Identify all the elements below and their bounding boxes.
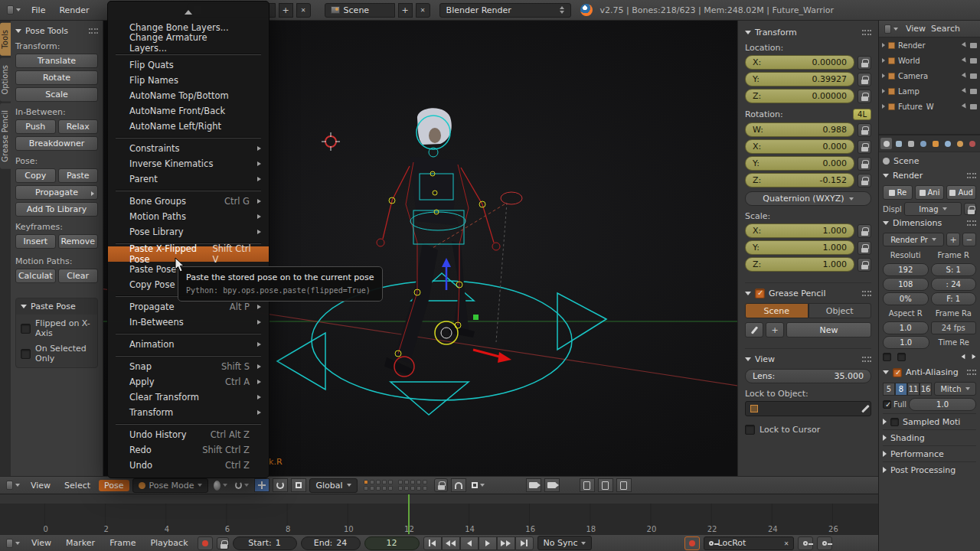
menu-item[interactable]: Paste X-Flipped Pose Shift Ctrl V xyxy=(108,246,269,262)
menu-file[interactable]: File xyxy=(26,4,51,17)
menu-item[interactable]: In-Betweens xyxy=(108,315,269,330)
panel-collapse-icon[interactable] xyxy=(15,29,21,33)
gp-tab-object[interactable]: Object xyxy=(808,303,872,318)
render-engine-select[interactable]: Blender Render xyxy=(439,3,571,18)
scale-button[interactable]: Scale xyxy=(15,87,98,102)
dimension-cell[interactable]: 1.0 xyxy=(883,336,929,349)
add-to-library-button[interactable]: Add To Library xyxy=(15,202,98,217)
keying-set-field[interactable]: LocRot xyxy=(704,536,794,550)
lock-icon[interactable] xyxy=(858,73,871,86)
propagate-button[interactable]: Propagate xyxy=(15,185,98,200)
disclosure-icon[interactable] xyxy=(882,73,885,78)
lock-icon[interactable] xyxy=(858,224,871,238)
editor-type-button[interactable] xyxy=(4,478,22,492)
outliner-row[interactable]: Render xyxy=(879,37,980,53)
menu-pose[interactable]: Pose xyxy=(99,480,129,491)
dimension-cell[interactable]: S: 1 xyxy=(931,263,977,276)
outliner-row[interactable]: Future_W xyxy=(879,99,980,114)
add-screen-button[interactable] xyxy=(279,3,293,18)
prev-keyframe-button[interactable] xyxy=(442,536,460,550)
restrict-select-icon[interactable] xyxy=(962,103,968,109)
lock-view-icon[interactable] xyxy=(434,478,448,492)
copy-pose-button[interactable]: Copy xyxy=(15,168,56,183)
insert-keyframe-button[interactable]: Insert xyxy=(15,234,56,249)
panel-grip-icon[interactable] xyxy=(967,370,976,375)
menu-item[interactable]: Flip Quats xyxy=(108,57,269,73)
menu-item[interactable]: Undo History Ctrl Alt Z xyxy=(108,427,269,442)
outliner-menu-search[interactable]: Search xyxy=(931,24,960,34)
lock-icon[interactable] xyxy=(858,174,871,187)
push-button[interactable]: Push xyxy=(15,119,56,134)
panel-collapse-icon[interactable] xyxy=(883,174,889,178)
snap-toggle-button[interactable] xyxy=(451,478,466,492)
on-selected-only-option[interactable]: On Selected Only xyxy=(16,340,97,365)
anti-aliasing-checkbox[interactable] xyxy=(893,368,902,377)
restrict-select-icon[interactable] xyxy=(962,73,968,79)
clear-keying-set-icon[interactable] xyxy=(784,538,789,548)
scale-value-field[interactable]: Z:1.000 xyxy=(745,257,854,272)
dimension-cell[interactable]: 0% xyxy=(883,292,929,305)
scene-field[interactable]: Scene xyxy=(325,3,395,18)
scale-value-field[interactable]: X:1.000 xyxy=(745,223,854,238)
timeline-ruler[interactable]: 02468101214161820222426 xyxy=(0,494,878,534)
panel-grip-icon[interactable] xyxy=(862,357,871,362)
timeline-menu-playback[interactable]: Playback xyxy=(145,537,193,549)
manipulator-rotate-button[interactable] xyxy=(273,478,288,492)
paste-pose-header-button[interactable] xyxy=(598,478,613,492)
restrict-select-icon[interactable] xyxy=(962,57,968,64)
menu-item[interactable]: Parent xyxy=(108,171,269,187)
rotation-mode-select[interactable]: Quaternion (WXYZ) xyxy=(745,191,871,206)
tool-tab[interactable]: Grease Pencil xyxy=(0,103,11,169)
menu-scroll-up[interactable] xyxy=(108,5,269,20)
insert-keyframe-button[interactable] xyxy=(798,536,813,550)
tab-data[interactable] xyxy=(954,138,965,149)
gp-new-button[interactable]: New xyxy=(786,322,871,337)
menu-item[interactable]: Bone Groups Ctrl G xyxy=(108,194,269,209)
menu-render[interactable]: Render xyxy=(54,4,94,17)
restrict-render-icon[interactable] xyxy=(970,43,977,48)
tab-constraints[interactable] xyxy=(942,138,953,149)
grease-pencil-checkbox[interactable] xyxy=(755,289,765,298)
gp-tab-scene[interactable]: Scene xyxy=(745,303,808,318)
menu-item[interactable]: Pose Library xyxy=(108,224,269,240)
editor-type-button[interactable] xyxy=(5,3,23,17)
rotate-button[interactable]: Rotate xyxy=(15,70,98,85)
aa-filter-select[interactable]: Mitch xyxy=(934,382,976,396)
rotation-value-field[interactable]: X:0.000 xyxy=(745,139,854,154)
lock-icon[interactable] xyxy=(858,157,871,171)
aa-samples-option[interactable]: 16 xyxy=(920,383,932,396)
copy-pose-header-button[interactable] xyxy=(580,478,595,492)
menu-item[interactable]: Motion Paths xyxy=(108,209,269,224)
opengl-render-button[interactable] xyxy=(526,478,541,492)
sampled-motion-checkbox[interactable] xyxy=(890,418,899,426)
menu-item[interactable]: Redo Shift Ctrl Z xyxy=(108,442,269,458)
checkbox-icon[interactable] xyxy=(21,349,31,359)
menu-item[interactable]: Inverse Kinematics xyxy=(108,156,269,171)
restrict-render-icon[interactable] xyxy=(970,58,977,64)
audio-button[interactable]: Aud xyxy=(946,185,976,200)
lock-to-cursor-option[interactable]: Lock to Cursor xyxy=(745,421,871,436)
dimension-cell[interactable]: : 24 xyxy=(931,278,977,291)
calculate-paths-button[interactable]: Calculat xyxy=(15,269,56,283)
panel-collapse-icon[interactable] xyxy=(745,31,751,34)
lock-icon[interactable] xyxy=(858,90,871,103)
editor-type-button[interactable] xyxy=(4,536,22,550)
menu-item[interactable]: AutoName Front/Back xyxy=(108,103,269,119)
lock-icon[interactable] xyxy=(858,123,871,137)
rotation-4l-toggle[interactable]: 4L xyxy=(853,109,871,120)
dimension-cell[interactable]: 1.0 xyxy=(883,321,929,334)
restrict-select-icon[interactable] xyxy=(962,88,968,94)
aa-samples-option[interactable]: 5 xyxy=(883,383,895,396)
checkbox-icon[interactable] xyxy=(745,425,755,435)
menu-item[interactable]: Flip Names xyxy=(108,73,269,88)
lock-icon[interactable] xyxy=(858,56,871,70)
remove-preset-button[interactable] xyxy=(962,233,976,246)
lock-icon[interactable] xyxy=(858,258,871,272)
menu-item[interactable]: AutoName Left/Right xyxy=(108,119,269,134)
jump-to-start-button[interactable] xyxy=(423,536,442,550)
clear-paths-button[interactable]: Clear xyxy=(58,269,99,283)
menu-item[interactable]: Apply Ctrl A xyxy=(108,374,269,390)
restrict-select-icon[interactable] xyxy=(962,42,968,48)
dimension-cell[interactable]: 192 xyxy=(883,263,929,276)
panel-collapse-icon[interactable] xyxy=(883,221,889,225)
